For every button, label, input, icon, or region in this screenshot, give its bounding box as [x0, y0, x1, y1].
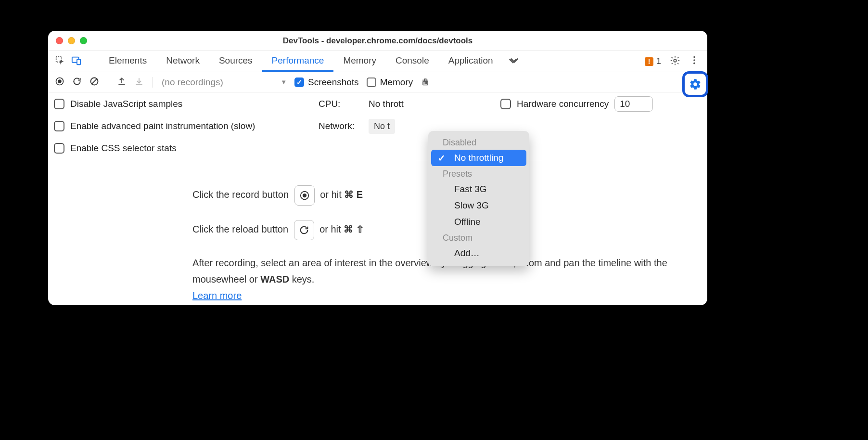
reload-button-inline[interactable]	[294, 220, 314, 240]
checkbox-unchecked-icon	[367, 78, 376, 87]
checkbox-unchecked-icon	[54, 143, 64, 154]
checkbox-checked-icon: ✓	[294, 78, 304, 87]
issues-badge[interactable]: ! 1	[645, 56, 661, 66]
memory-checkbox[interactable]: Memory	[367, 77, 413, 88]
enable-paint-instrumentation-label: Enable advanced paint instrumentation (s…	[70, 121, 255, 131]
record-button[interactable]	[55, 77, 64, 88]
capture-settings-panel: Disable JavaScript samples Enable advanc…	[48, 92, 707, 161]
upload-profile-button[interactable]	[117, 77, 127, 88]
disable-js-samples-checkbox[interactable]: Disable JavaScript samples	[54, 96, 304, 112]
minimize-window-button[interactable]	[68, 37, 75, 44]
enable-css-selector-stats-checkbox[interactable]: Enable CSS selector stats	[54, 141, 304, 156]
panel-tabstrip: Elements Network Sources Performance Mem…	[48, 51, 707, 72]
separator	[108, 77, 108, 88]
svg-point-4	[693, 56, 695, 58]
cpu-throttling-select[interactable]: No thrott	[369, 99, 404, 109]
dropdown-item-slow-3g[interactable]: Slow 3G	[428, 197, 529, 214]
enable-css-selector-stats-label: Enable CSS selector stats	[70, 143, 177, 154]
svg-point-3	[674, 59, 677, 62]
network-throttling-label: Network:	[319, 121, 364, 131]
dropdown-item-fast-3g[interactable]: Fast 3G	[428, 181, 529, 197]
reload-record-button[interactable]	[72, 77, 82, 88]
more-tabs-button[interactable]	[503, 51, 525, 72]
svg-point-5	[693, 59, 695, 61]
traffic-lights	[56, 37, 87, 44]
tab-performance[interactable]: Performance	[262, 51, 334, 72]
recordings-select-label: (no recordings)	[162, 77, 223, 88]
dropdown-item-offline[interactable]: Offline	[428, 214, 529, 230]
record-button-inline[interactable]	[294, 185, 315, 206]
checkbox-unchecked-icon	[54, 121, 64, 131]
enable-paint-instrumentation-checkbox[interactable]: Enable advanced paint instrumentation (s…	[54, 118, 304, 134]
tab-application[interactable]: Application	[439, 51, 503, 72]
chevron-down-icon: ▼	[281, 78, 287, 86]
recordings-select[interactable]: (no recordings) ▼	[162, 77, 287, 88]
disable-js-samples-label: Disable JavaScript samples	[70, 99, 182, 109]
issues-count: 1	[656, 56, 661, 66]
svg-line-10	[91, 78, 97, 84]
svg-rect-2	[77, 59, 80, 65]
tab-memory[interactable]: Memory	[333, 51, 386, 72]
devtools-window: DevTools - developer.chrome.com/docs/dev…	[48, 31, 707, 305]
more-options-icon[interactable]	[689, 55, 700, 68]
tab-elements[interactable]: Elements	[99, 51, 156, 72]
issues-icon: !	[645, 57, 653, 66]
memory-label: Memory	[380, 77, 413, 88]
dropdown-item-add[interactable]: Add…	[428, 245, 529, 261]
tab-sources[interactable]: Sources	[209, 51, 262, 72]
clear-button[interactable]	[89, 77, 99, 88]
device-toggle-icon[interactable]	[71, 55, 82, 68]
tab-console[interactable]: Console	[386, 51, 439, 72]
dropdown-group-custom: Custom	[428, 230, 529, 245]
window-title: DevTools - developer.chrome.com/docs/dev…	[48, 36, 707, 46]
capture-settings-button[interactable]	[682, 71, 708, 97]
garbage-collect-icon[interactable]	[421, 77, 430, 88]
hardware-concurrency-input[interactable]	[614, 96, 653, 112]
separator	[153, 77, 153, 88]
download-profile-button[interactable]	[134, 77, 144, 88]
screenshots-checkbox[interactable]: ✓ Screenshots	[294, 77, 359, 88]
network-throttling-dropdown: Disabled No throttling Presets Fast 3G S…	[428, 131, 529, 266]
dropdown-group-presets: Presets	[428, 166, 529, 181]
checkbox-unchecked-icon	[54, 99, 64, 109]
hardware-concurrency-checkbox[interactable]	[500, 99, 511, 109]
screenshots-label: Screenshots	[308, 77, 359, 88]
titlebar: DevTools - developer.chrome.com/docs/dev…	[48, 31, 707, 51]
inspect-element-icon[interactable]	[55, 55, 65, 68]
hardware-concurrency-label: Hardware concurrency	[517, 99, 609, 109]
performance-help-area: Click the record button or hit ⌘ E ding.…	[48, 161, 707, 333]
learn-more-link[interactable]: Learn more	[192, 290, 242, 301]
svg-point-8	[58, 79, 62, 83]
maximize-window-button[interactable]	[80, 37, 87, 44]
cpu-throttling-label: CPU:	[319, 99, 364, 109]
devtools-settings-icon[interactable]	[670, 55, 680, 68]
performance-toolbar: (no recordings) ▼ ✓ Screenshots Memory	[48, 72, 707, 92]
svg-point-6	[693, 62, 695, 64]
svg-point-17	[303, 194, 306, 197]
network-throttling-select[interactable]: No t	[369, 119, 395, 134]
dropdown-group-disabled: Disabled	[428, 135, 529, 150]
dropdown-item-no-throttling[interactable]: No throttling	[431, 150, 526, 166]
close-window-button[interactable]	[56, 37, 63, 44]
tab-network[interactable]: Network	[156, 51, 209, 72]
